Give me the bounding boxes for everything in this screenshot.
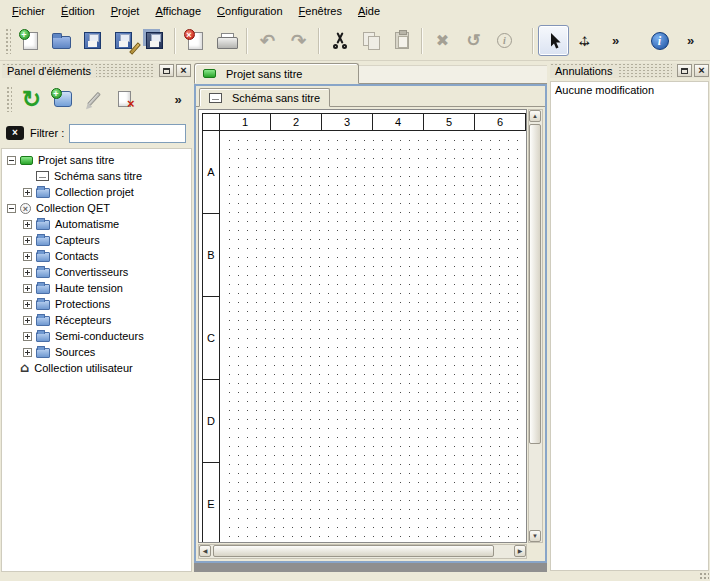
- project-tab-label: Projet sans titre: [226, 68, 302, 80]
- close-project-button[interactable]: [180, 25, 211, 56]
- schema-canvas[interactable]: 1 2 3 4 5 6 A B C D E: [198, 109, 527, 543]
- redo-button[interactable]: [283, 25, 314, 56]
- element-info-button[interactable]: [489, 25, 520, 56]
- tree-item-sources[interactable]: Sources: [2, 344, 191, 360]
- scroll-left-button[interactable]: [199, 545, 211, 557]
- expand-expander-icon[interactable]: [23, 332, 32, 341]
- project-tab-bar: Projet sans titre: [194, 62, 547, 84]
- tree-item-recepteurs[interactable]: Récepteurs: [2, 312, 191, 328]
- open-project-button[interactable]: [46, 25, 77, 56]
- new-element-button[interactable]: [47, 84, 78, 115]
- move-view-button[interactable]: [569, 25, 600, 56]
- expand-expander-icon[interactable]: [23, 236, 32, 245]
- toolbar-separator: [318, 28, 320, 54]
- expand-expander-icon[interactable]: [23, 252, 32, 261]
- expand-expander-icon[interactable]: [23, 348, 32, 357]
- undo-history-dock: Annulations Aucune modification: [549, 62, 710, 572]
- new-document-icon: [19, 29, 43, 53]
- vertical-scrollbar[interactable]: [528, 109, 543, 543]
- collapse-expander-icon[interactable]: [7, 156, 16, 165]
- scroll-up-button[interactable]: [529, 110, 541, 122]
- scroll-right-button[interactable]: [514, 545, 526, 557]
- toolbar-handle[interactable]: [6, 86, 12, 112]
- elements-tree: Projet sans titre Schéma sans titre Coll…: [1, 148, 192, 572]
- tree-item-haute-tension[interactable]: Haute tension: [2, 280, 191, 296]
- horizontal-scroll-thumb[interactable]: [213, 545, 494, 557]
- save-all-button[interactable]: [139, 25, 170, 56]
- expand-expander-icon[interactable]: [23, 220, 32, 229]
- expand-expander-icon[interactable]: [23, 284, 32, 293]
- vertical-scroll-thumb[interactable]: [529, 124, 541, 444]
- elements-overflow-button[interactable]: [168, 84, 188, 115]
- rotate-button[interactable]: [458, 25, 489, 56]
- tree-item-label: Collection utilisateur: [34, 362, 132, 374]
- delete-button[interactable]: [427, 25, 458, 56]
- collapse-expander-icon[interactable]: [7, 204, 16, 213]
- select-pointer-button[interactable]: [538, 25, 569, 56]
- tree-item-collection-utilisateur[interactable]: Collection utilisateur: [2, 360, 191, 376]
- menu-edition[interactable]: Édition: [53, 2, 103, 20]
- print-button[interactable]: [211, 25, 242, 56]
- row-label: D: [203, 380, 219, 463]
- info-button[interactable]: [644, 25, 675, 56]
- save-button[interactable]: [77, 25, 108, 56]
- tree-item-schema-sans-titre[interactable]: Schéma sans titre: [2, 168, 191, 184]
- tree-item-projet-sans-titre[interactable]: Projet sans titre: [2, 152, 191, 168]
- menu-fenetres[interactable]: Fenêtres: [291, 2, 350, 20]
- delete-element-button[interactable]: [109, 84, 140, 115]
- tree-item-convertisseurs[interactable]: Convertisseurs: [2, 264, 191, 280]
- horizontal-scrollbar[interactable]: [198, 544, 527, 559]
- tree-item-label: Protections: [55, 298, 110, 310]
- tab-schema-sans-titre[interactable]: Schéma sans titre: [199, 88, 330, 107]
- menu-projet[interactable]: Projet: [103, 2, 148, 20]
- toolbar-overflow-button-2[interactable]: [675, 25, 706, 56]
- new-document-button[interactable]: [15, 25, 46, 56]
- undo-history-list[interactable]: Aucune modification: [550, 81, 709, 571]
- qet-collection-icon: [20, 203, 31, 214]
- tree-item-protections[interactable]: Protections: [2, 296, 191, 312]
- clear-filter-icon[interactable]: [6, 126, 24, 140]
- copy-button[interactable]: [355, 25, 386, 56]
- dock-close-button[interactable]: [176, 64, 191, 77]
- tree-item-collection-projet[interactable]: Collection projet: [2, 184, 191, 200]
- dock-title-bar[interactable]: Annulations: [550, 63, 709, 78]
- dock-buttons: [154, 64, 191, 77]
- tree-item-automatisme[interactable]: Automatisme: [2, 216, 191, 232]
- scroll-down-button[interactable]: [529, 530, 541, 542]
- reload-collections-button[interactable]: [16, 84, 47, 115]
- undo-button[interactable]: [252, 25, 283, 56]
- cut-button[interactable]: [324, 25, 355, 56]
- menu-affichage[interactable]: Affichage: [147, 2, 209, 20]
- expand-expander-icon[interactable]: [23, 188, 32, 197]
- tree-item-capteurs[interactable]: Capteurs: [2, 232, 191, 248]
- tree-item-collection-qet[interactable]: Collection QET: [2, 200, 191, 216]
- expand-expander-icon[interactable]: [23, 316, 32, 325]
- toolbar-overflow-button[interactable]: [600, 25, 631, 56]
- dock-float-button[interactable]: [159, 64, 174, 77]
- expand-expander-icon[interactable]: [23, 300, 32, 309]
- dock-title: Annulations: [550, 65, 618, 77]
- schema-tab-bar: Schéma sans titre: [196, 86, 545, 107]
- edit-element-button[interactable]: [78, 84, 109, 115]
- menu-aide[interactable]: Aide: [350, 2, 388, 20]
- dock-close-button[interactable]: [694, 64, 709, 77]
- float-icon: [681, 68, 688, 74]
- dock-float-button[interactable]: [677, 64, 692, 77]
- menu-bar: Fichier Édition Projet Affichage Configu…: [0, 0, 710, 21]
- expand-expander-icon[interactable]: [23, 268, 32, 277]
- filter-input[interactable]: [69, 124, 186, 143]
- dock-title-bar[interactable]: Panel d'éléments: [2, 63, 191, 78]
- tab-projet-sans-titre[interactable]: Projet sans titre: [194, 63, 359, 84]
- filter-label: Filtrer :: [30, 127, 64, 139]
- menu-fichier[interactable]: Fichier: [4, 2, 53, 20]
- tree-item-contacts[interactable]: Contacts: [2, 248, 191, 264]
- folder-icon: [36, 284, 50, 294]
- toolbar-handle[interactable]: [5, 28, 11, 54]
- tree-item-semi-conducteurs[interactable]: Semi-conducteurs: [2, 328, 191, 344]
- paste-button[interactable]: [386, 25, 417, 56]
- save-as-button[interactable]: [108, 25, 139, 56]
- menu-configuration[interactable]: Configuration: [209, 2, 290, 20]
- toolbar-separator: [532, 28, 534, 54]
- resize-grip-icon[interactable]: [699, 572, 709, 580]
- toolbar-separator: [246, 28, 248, 54]
